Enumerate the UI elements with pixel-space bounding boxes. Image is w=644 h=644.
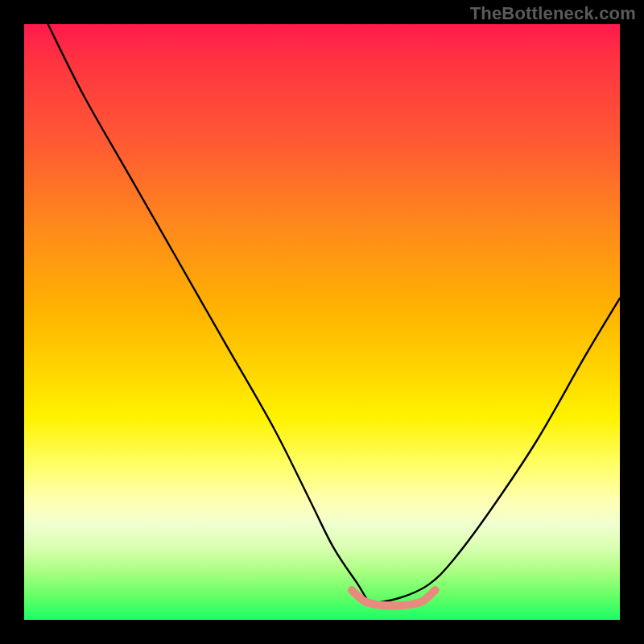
sweet-spot-band-path (352, 590, 436, 605)
plot-area (24, 24, 620, 620)
chart-frame: TheBottleneck.com (0, 0, 644, 644)
bottleneck-curve-path (48, 24, 620, 604)
curve-layer (24, 24, 620, 620)
watermark-text: TheBottleneck.com (470, 3, 636, 24)
